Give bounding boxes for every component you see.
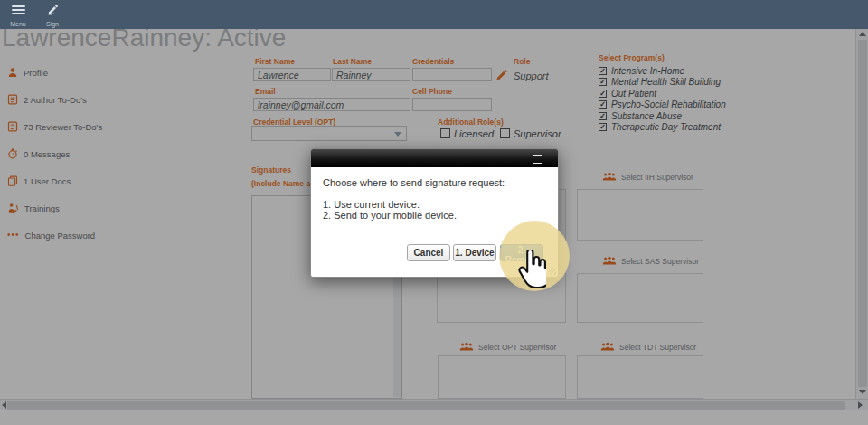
remote-button[interactable]: 2. Remote <box>500 244 543 261</box>
dialog-message: Choose where to send signature request: <box>323 177 505 188</box>
menu-icon <box>12 5 25 15</box>
sign-button[interactable]: Sign <box>33 3 72 27</box>
maximize-icon[interactable] <box>533 155 542 164</box>
app-window: LawrenceRainney: Active Profile 2 Author… <box>0 0 868 425</box>
dialog-option-2: 2. Send to your mobile device. <box>323 210 457 221</box>
sign-pen-icon <box>46 4 59 15</box>
signature-request-dialog: Choose where to send signature request: … <box>310 148 559 278</box>
dialog-option-1: 1. Use current device. <box>323 199 420 210</box>
topbar: Menu Sign <box>0 0 868 29</box>
device-button[interactable]: 1. Device <box>453 244 496 261</box>
resize-grip[interactable] <box>549 268 556 275</box>
cancel-button[interactable]: Cancel <box>407 244 450 261</box>
dialog-titlebar[interactable] <box>311 149 558 167</box>
